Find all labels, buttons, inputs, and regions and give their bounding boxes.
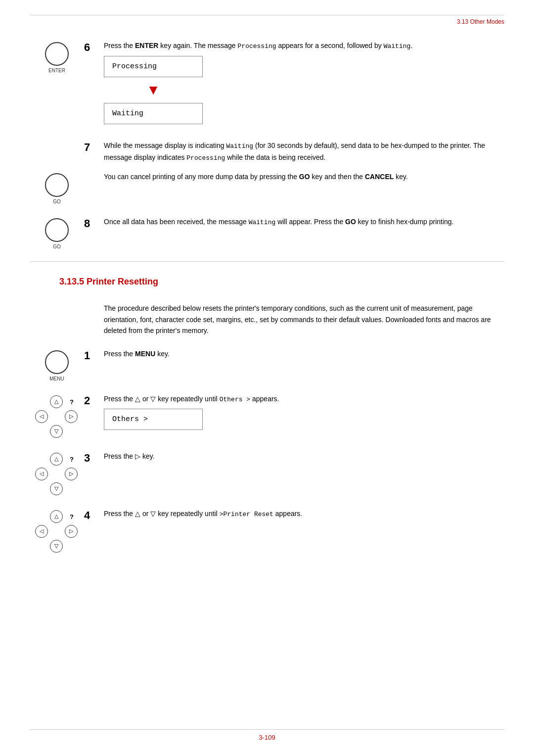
section-step-4-text: Press the △ or ▽ key repeatedly until >P… [104, 508, 504, 520]
section-step-2-content: Press the △ or ▽ key repeatedly until Ot… [104, 393, 504, 434]
go-key-label-7: GO [53, 199, 61, 204]
step-7-go-icon-col: GO [30, 171, 84, 204]
step-8-icon-col: GO [30, 216, 84, 249]
step-8-row: GO 8 Once all data has been received, th… [30, 216, 504, 249]
others-mono: Others > [220, 396, 250, 403]
nav-question-mark: ? [65, 395, 79, 409]
processing-mono2: Processing [186, 154, 225, 162]
nav-left-icon-4: ◁ [35, 525, 48, 538]
section-step-3-row: △ ◁ ▷ ▽ ? 3 Press the ▷ key. [30, 451, 504, 496]
nav-down-icon-3: ▽ [50, 482, 63, 495]
nav-right-icon: ▷ [65, 410, 78, 423]
section-step-2-icon: △ ◁ ▷ ▽ ? [30, 393, 84, 439]
page-header: 3.13 Other Modes [30, 18, 504, 25]
section-3135-heading: 3.13.5 Printer Resetting [59, 277, 158, 287]
step-6-number: 6 [84, 40, 104, 54]
section-step-2-row: △ ◁ ▷ ▽ ? 2 Press the △ or ▽ key repeate… [30, 393, 504, 439]
step-6-row: ENTER 6 Press the ENTER key again. The m… [30, 40, 504, 128]
step-6-text: Press the ENTER key again. The message P… [104, 40, 504, 52]
display-processing: Processing [104, 56, 203, 77]
waiting-mono2: Waiting [226, 142, 253, 150]
nav-down-icon: ▽ [50, 425, 63, 438]
nav-left-icon-3: ◁ [35, 468, 48, 480]
go-key-wrapper-7: GO [45, 173, 69, 204]
step-7-sub-row: GO You can cancel printing of any more d… [30, 171, 504, 204]
section-heading-row: 3.13.5 Printer Resetting [30, 272, 504, 295]
section-step-2-number: 2 [84, 393, 104, 407]
section-step-3-content: Press the ▷ key. [104, 451, 504, 462]
go-bold: GO [299, 173, 310, 181]
nav-right-icon-3: ▷ [65, 468, 78, 480]
enter-key-icon [45, 42, 69, 66]
nav-right-icon-4: ▷ [65, 525, 78, 538]
nav-question-mark-3: ? [65, 453, 79, 467]
section-3135-intro: The procedure described below resets the… [104, 303, 504, 336]
section-step-4-number: 4 [84, 508, 104, 522]
section-step-1-text: Press the MENU key. [104, 348, 504, 359]
step-8-text: Once all data has been received, the mes… [104, 216, 504, 228]
step-7-number: 7 [84, 140, 104, 154]
menu-key-wrapper: MENU [45, 350, 69, 381]
nav-up-icon-4: △ [50, 510, 63, 523]
enter-key-wrapper: ENTER [45, 42, 69, 73]
menu-bold: MENU [135, 350, 155, 358]
section-step-3-number: 3 [84, 451, 104, 465]
step-7-row: 7 While the message display is indicatin… [30, 140, 504, 164]
go-key-icon-7 [45, 173, 69, 197]
go-bold-8: GO [345, 218, 356, 226]
section-step-3-text: Press the ▷ key. [104, 451, 504, 462]
section-step-1-content: Press the MENU key. [104, 348, 504, 359]
step-8-content: Once all data has been received, the mes… [104, 216, 504, 228]
page-number: 3-109 [30, 734, 504, 741]
nav-down-icon-4: ▽ [50, 540, 63, 553]
nav-key-group-4: △ ◁ ▷ ▽ ? [35, 510, 79, 554]
bottom-area: 3-109 [30, 729, 504, 741]
section-step-4-icon: △ ◁ ▷ ▽ ? [30, 508, 84, 554]
display-waiting: Waiting [104, 103, 203, 124]
section-step-4-row: △ ◁ ▷ ▽ ? 4 Press the △ or ▽ key repeate… [30, 508, 504, 554]
nav-left-icon: ◁ [35, 410, 48, 423]
section-step-2-text: Press the △ or ▽ key repeatedly until Ot… [104, 393, 504, 405]
section-step-4-content: Press the △ or ▽ key repeatedly until >P… [104, 508, 504, 520]
enter-bold: ENTER [135, 42, 158, 49]
section-step-1-number: 1 [84, 348, 104, 362]
page: 3.13 Other Modes ENTER 6 Press the ENTER… [0, 0, 534, 756]
section-step-1-row: MENU 1 Press the MENU key. [30, 348, 504, 381]
step-7-text: While the message display is indicating … [104, 140, 504, 164]
nav-question-mark-4: ? [65, 510, 79, 524]
go-key-icon-8 [45, 218, 69, 242]
step-6-content: Press the ENTER key again. The message P… [104, 40, 504, 128]
nav-up-icon-3: △ [50, 453, 63, 466]
go-key-label-8: GO [53, 244, 61, 249]
section-divider [30, 261, 504, 262]
waiting-mono-inline: Waiting [384, 43, 411, 50]
display-others: Others > [104, 409, 203, 430]
cancel-bold: CANCEL [365, 173, 394, 181]
step-7-sub-num [84, 171, 104, 172]
section-ref: 3.13 Other Modes [457, 18, 504, 25]
nav-key-group-2: △ ◁ ▷ ▽ ? [35, 395, 79, 439]
section-step-3-icon: △ ◁ ▷ ▽ ? [30, 451, 84, 496]
step-7-sub-content: You can cancel printing of any more dump… [104, 171, 504, 182]
waiting-mono3: Waiting [249, 219, 276, 226]
nav-key-group-3: △ ◁ ▷ ▽ ? [35, 453, 79, 496]
enter-key-label: ENTER [48, 68, 65, 73]
processing-mono: Processing [238, 43, 276, 50]
menu-key-icon [45, 350, 69, 374]
menu-key-label: MENU [49, 376, 64, 381]
step-7-content: While the message display is indicating … [104, 140, 504, 164]
step-8-number: 8 [84, 216, 104, 230]
section-step-1-icon: MENU [30, 348, 84, 381]
bottom-divider [30, 729, 504, 730]
step-6-icon-col: ENTER [30, 40, 84, 73]
printer-reset-mono: >Printer Reset [220, 511, 273, 518]
step-7-icon-col [30, 140, 84, 142]
go-key-wrapper-8: GO [45, 218, 69, 249]
nav-up-icon: △ [50, 395, 63, 408]
top-divider [30, 15, 504, 15]
step-7-sub-text: You can cancel printing of any more dump… [104, 171, 504, 182]
arrow-down-icon: ▼ [104, 83, 203, 97]
